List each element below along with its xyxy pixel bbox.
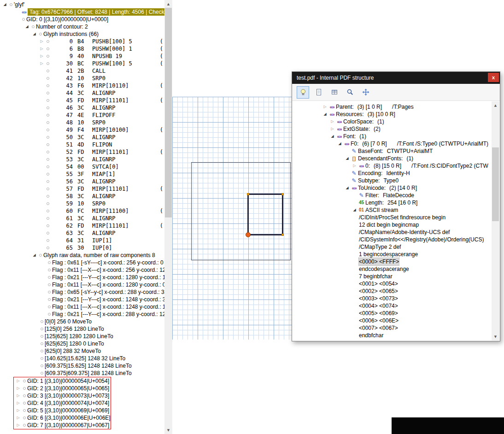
instruction-row[interactable]: 6431IUP[1]	[0, 237, 164, 244]
instruction-row[interactable]: 4210SRP0	[0, 75, 164, 82]
pdf-tree-row[interactable]: /CMapType 2 def	[296, 243, 492, 251]
flag-row[interactable]: Flag : 0x11 [---X---c] x-coord.: 1248 y-…	[0, 303, 164, 311]
close-button[interactable]: x	[488, 73, 499, 82]
scrollbar-thumb[interactable]	[492, 147, 499, 221]
collapse-arrow-icon[interactable]: ▷	[15, 385, 21, 392]
collapse-arrow-icon[interactable]: ▷	[15, 392, 21, 399]
instruction-row[interactable]: 463CALIGNRP	[0, 104, 164, 111]
tree-row-tag[interactable]: «»Tag: 0x676C7966 | Offset: 8248 | Lengt…	[0, 8, 164, 16]
pdf-tree-row[interactable]: <0005> <0069>	[296, 310, 492, 317]
gid-row[interactable]: ▷GID: 5 [(3,10)|00000069|U+0069]	[14, 407, 111, 414]
instruction-row[interactable]: 503CALIGNRP	[0, 134, 164, 141]
pdf-tree-row[interactable]: ▷«»0:(8) [15 0 R]/T:Font /S:CIDFontType2…	[296, 162, 492, 170]
instruction-row[interactable]: 60FCMIRP[11100](	[0, 207, 164, 215]
instruction-row[interactable]: 49F4MIRP[10100](	[0, 126, 164, 134]
contour-point-row[interactable]: [609.375|609.375] 288 1248 LineTo	[0, 369, 164, 377]
gid-row[interactable]: ▷GID: 4 [(3,10)|00000074|U+0074]	[14, 399, 111, 407]
collapse-arrow-icon[interactable]: ▷	[39, 53, 45, 60]
collapse-arrow-icon[interactable]: ▷	[39, 38, 45, 45]
flag-row[interactable]: Flag : 0x21 [---Y---c] x-coord.: 1248 y-…	[0, 296, 164, 303]
scroll-up-icon[interactable]: ▲	[164, 0, 172, 8]
gid-row[interactable]: ▷GID: 1 [(3,10)|00000054|U+0054]	[14, 377, 111, 385]
table-button[interactable]	[328, 86, 340, 99]
pdf-tree-row[interactable]: /CIDSystemInfo<</Registry(Adobe)/Orderin…	[296, 236, 492, 243]
pdf-tree-row[interactable]: endcodespacerange	[296, 265, 492, 273]
instruction-row[interactable]: 443CALIGNRP	[0, 89, 164, 97]
contour-point-row[interactable]: [625|0] 288 32 MoveTo	[0, 347, 164, 355]
control-point[interactable]	[281, 234, 284, 236]
gid-row[interactable]: ▷GID: 6 [(3,10)|0000006E|U+006E]	[14, 414, 111, 422]
instruction-row[interactable]: 5400SVTCA[0]	[0, 163, 164, 170]
flag-row[interactable]: Flag : 0x21 [---Y---c] x-coord.: 288 y-c…	[0, 311, 164, 318]
contour-point-row[interactable]: [140.625|15.625] 1248 32 LineTo	[0, 355, 164, 362]
flag-row[interactable]: Flag : 0x21 [---Y---c] x-coord.: 1280 y-…	[0, 274, 164, 281]
pdf-tree-row[interactable]: ◢«»Font:(1)	[296, 133, 492, 140]
move-button[interactable]	[359, 86, 372, 99]
pdf-tree-row[interactable]: <0006> <006E>	[296, 317, 492, 324]
expanded-arrow-icon[interactable]: ◢	[344, 155, 350, 162]
tree-row-instructions-header[interactable]: ◢Glyph instructions (66)	[0, 30, 164, 38]
scroll-down-icon[interactable]: ▼	[164, 426, 172, 434]
lightbulb-button[interactable]	[297, 86, 309, 99]
start-point[interactable]	[246, 232, 251, 237]
pdf-tree-row[interactable]: ◢«»F0:(6) [7 0 R]/T:Font /S:Type0 (CTWTP…	[296, 140, 492, 147]
pdf-tree-row[interactable]: <0003> <0073>	[296, 295, 492, 302]
instruction-row[interactable]: 52FDMIRP[11101](	[0, 148, 164, 156]
instruction-row[interactable]: ▷6B8PUSHW[000] 1(	[0, 45, 164, 53]
pdf-tree-row[interactable]: ✎BaseFont:CTWTPU+ArialMT	[296, 147, 492, 155]
pdf-tree-row[interactable]: ◢[]DescendantFonts:(1)	[296, 155, 492, 162]
expanded-arrow-icon[interactable]: ◢	[337, 140, 343, 147]
pdf-tree-row[interactable]: <0002> <0065>	[296, 287, 492, 295]
instruction-row[interactable]: 6530IUP[0]	[0, 244, 164, 252]
instruction-row[interactable]: 4810SRP0	[0, 119, 164, 126]
collapse-arrow-icon[interactable]: ▷	[15, 399, 21, 407]
collapse-arrow-icon[interactable]: ▷	[15, 414, 21, 422]
pdf-tree-row[interactable]: <0007> <0067>	[296, 324, 492, 332]
instruction-row[interactable]: 62FDMIRP[11101](	[0, 222, 164, 229]
control-point[interactable]	[281, 193, 284, 195]
instruction-row[interactable]: 43F6MIRP[10110](	[0, 82, 164, 89]
pdf-tree-row[interactable]: endbfchar	[296, 332, 492, 339]
scrollbar-thumb[interactable]	[165, 8, 172, 217]
collapse-arrow-icon[interactable]: ▷	[322, 103, 328, 111]
pdf-tree-row[interactable]: <0000> <FFFF>	[296, 258, 492, 265]
pdf-tree-row[interactable]: 12 dict begin begincmap	[296, 221, 492, 229]
tree-row-glyf[interactable]: ◢'glyf'	[0, 1, 164, 8]
popup-scrollbar[interactable]: ▲ ▼	[492, 101, 499, 340]
expanded-arrow-icon[interactable]: ◢	[31, 30, 37, 38]
pdf-tree-row[interactable]: ▷«»ExtGState:(2)	[296, 125, 492, 133]
collapse-arrow-icon[interactable]: ▷	[15, 422, 21, 429]
scroll-up-icon[interactable]: ▲	[492, 101, 499, 109]
pdf-tree-row[interactable]: ◢«»Resources:(3) [10 0 R]	[296, 111, 492, 118]
instruction-row[interactable]: ▷30BCPUSHW[100] 5(	[0, 60, 164, 67]
expanded-arrow-icon[interactable]: ◢	[24, 23, 30, 30]
instruction-row[interactable]: 45FDMIRP[11101](	[0, 97, 164, 104]
gid-row[interactable]: ▷GID: 2 [(3,10)|00000065|U+0065]	[14, 385, 111, 392]
collapse-arrow-icon[interactable]: ▷	[352, 162, 357, 170]
pdf-tree-row[interactable]: /CIDInit/ProcSet findresource begin	[296, 214, 492, 221]
instruction-row[interactable]: 583CALIGNRP	[0, 193, 164, 200]
flag-row[interactable]: Flag : 0x61 [-sY----c] x-coord.: 256 y-c…	[0, 259, 164, 266]
left-panel-scrollbar[interactable]: ▲ ▼	[164, 0, 172, 434]
expanded-arrow-icon[interactable]: ◢	[31, 252, 37, 259]
contour-point-row[interactable]: [609.375|15.625] 1248 1248 LineTo	[0, 362, 164, 369]
expanded-arrow-icon[interactable]: ◢	[344, 184, 350, 192]
instruction-row[interactable]: 514DFLIPON	[0, 141, 164, 148]
contour-point-row[interactable]: [125|0] 256 1280 LineTo	[0, 325, 164, 333]
control-point[interactable]	[247, 193, 249, 195]
flag-row[interactable]: Flag : 0x65 [-sY--y-c] x-coord.: 288 y-c…	[0, 288, 164, 296]
pdf-tree-row[interactable]: ✎Filter:FlateDecode	[296, 192, 492, 199]
pdf-tree-row[interactable]: ◢«»ToUnicode:(2) [14 0 R]	[296, 184, 492, 192]
pdf-tree-row[interactable]: ✎Encoding:Identity-H	[296, 170, 492, 177]
pdf-tree-row[interactable]: 7 beginbfchar	[296, 273, 492, 280]
pdf-tree-row[interactable]: /CMapName/Adobe-Identity-UCS def	[296, 229, 492, 236]
instruction-row[interactable]: 412BCALL	[0, 67, 164, 75]
instruction-row[interactable]: ▷0B4PUSHB[100] 5(	[0, 38, 164, 45]
document-button[interactable]	[312, 86, 325, 99]
pdf-tree-row[interactable]: 1 begincodespacerange	[296, 251, 492, 258]
instruction-row[interactable]: 57FDMIRP[11101](	[0, 185, 164, 193]
collapse-arrow-icon[interactable]: ▷	[39, 45, 45, 53]
flag-row[interactable]: Flag : 0x11 [---X---c] x-coord.: 1280 y-…	[0, 281, 164, 288]
tree-row-contour-count[interactable]: ◢Number of contour: 2	[0, 23, 164, 30]
collapse-arrow-icon[interactable]: ▷	[15, 377, 21, 385]
